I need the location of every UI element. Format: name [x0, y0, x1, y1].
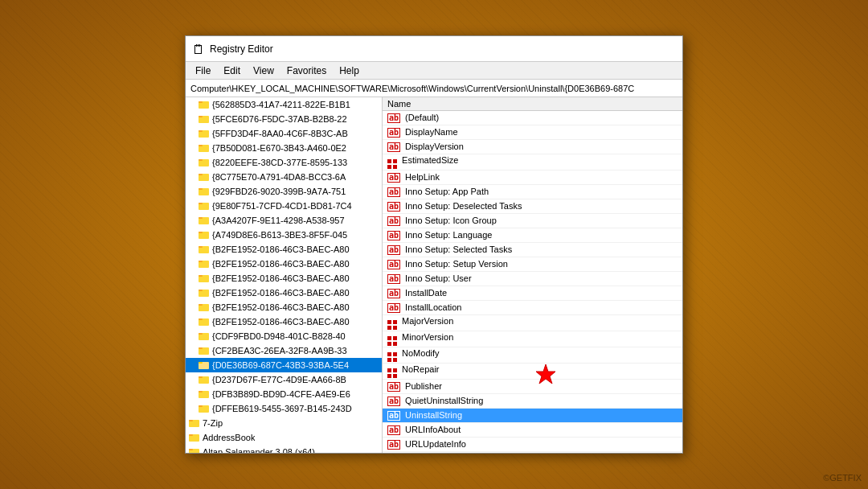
menu-help[interactable]: Help: [333, 64, 366, 78]
tree-item[interactable]: {B2FE1952-0186-46C3-BAEC-A80: [186, 257, 382, 271]
tree-item[interactable]: {7B50D081-E670-3B43-A460-0E2: [186, 141, 382, 155]
registry-row[interactable]: ab URLUpdateInfo: [383, 438, 682, 452]
tree-item[interactable]: {B2FE1952-0186-46C3-BAEC-A80: [186, 271, 382, 286]
tree-item[interactable]: {DFFEB619-5455-3697-B145-243D: [186, 401, 382, 416]
registry-name-text: Publisher: [403, 381, 442, 391]
registry-name: NoRepair: [383, 364, 682, 380]
reg-dword-icon: [387, 352, 397, 362]
registry-name-text: Inno Setup: App Path: [403, 187, 489, 196]
tree-item[interactable]: {DFB3B89D-BD9D-4CFE-A4E9-E6: [186, 387, 382, 401]
tree-item[interactable]: Altap Salamander 3.08 (x64): [186, 445, 382, 453]
registry-name: ab Inno Setup: Language: [383, 228, 682, 243]
registry-name-text: Inno Setup: Deselected Tasks: [403, 201, 522, 211]
registry-row[interactable]: ab Inno Setup: Deselected Tasks: [383, 199, 682, 214]
tree-item[interactable]: {929FBD26-9020-399B-9A7A-751: [186, 184, 382, 199]
registry-row[interactable]: MajorVersion: [383, 315, 682, 331]
reg-sz-icon: ab: [387, 142, 400, 152]
folder-icon: [199, 215, 210, 226]
registry-row[interactable]: ab InstallDate: [383, 286, 682, 301]
ab-icon: ab: [387, 397, 400, 406]
address-bar[interactable]: Computer\HKEY_LOCAL_MACHINE\SOFTWARE\Mic…: [186, 80, 682, 97]
registry-name: ab (Default): [383, 111, 682, 125]
tree-item[interactable]: {B2FE1952-0186-46C3-BAEC-A80: [186, 286, 382, 300]
tree-item[interactable]: {CDF9FBD0-D948-401C-B828-40: [186, 329, 382, 343]
folder-icon: [189, 417, 200, 429]
tree-item[interactable]: {B2FE1952-0186-46C3-BAEC-A80: [186, 300, 382, 314]
tree-item-label: {DFB3B89D-BD9D-4CFE-A4E9-E6: [212, 389, 350, 399]
registry-row[interactable]: ab Inno Setup: App Path: [383, 185, 682, 199]
tree-item[interactable]: {8220EEFE-38CD-377E-8595-133: [186, 155, 382, 170]
registry-panel[interactable]: Name ab (Default)ab DisplayNameab Displa…: [383, 97, 682, 453]
reg-sz-icon: ab: [387, 289, 400, 298]
tree-item[interactable]: {A3A4207F-9E11-4298-A538-957: [186, 213, 382, 228]
reg-sz-icon: ab: [387, 397, 400, 406]
tree-item[interactable]: {5FCE6D76-F5DC-37AB-B2B8-22: [186, 112, 382, 126]
registry-name-text: DisplayName: [403, 127, 457, 137]
tree-item[interactable]: {A749D8E6-B613-3BE3-8F5F-045: [186, 228, 382, 242]
registry-row[interactable]: ab (Default): [383, 111, 682, 125]
registry-row[interactable]: ab InstallLocation: [383, 301, 682, 315]
tree-item-label: {8C775E70-A791-4DA8-BCC3-6A: [212, 172, 346, 182]
registry-name: NoModify: [383, 347, 682, 364]
registry-row[interactable]: NoModify: [383, 347, 682, 364]
tree-panel[interactable]: {562885D3-41A7-4211-822E-B1B1{5FCE6D76-F…: [186, 97, 383, 453]
registry-row[interactable]: NoRepair: [383, 364, 682, 380]
ab-icon: ab: [387, 173, 400, 183]
ab-icon: ab: [387, 113, 400, 123]
ab-icon: ab: [387, 260, 400, 269]
registry-name-text: MajorVersion: [399, 316, 453, 326]
registry-row[interactable]: ab DisplayVersion: [383, 140, 682, 154]
menu-bar: File Edit View Favorites Help: [186, 62, 682, 80]
tree-item-label: {7B50D081-E670-3B43-A460-0E2: [212, 143, 346, 153]
menu-favorites[interactable]: Favorites: [280, 64, 333, 78]
tree-item[interactable]: {B2FE1952-0186-46C3-BAEC-A80: [186, 242, 382, 257]
tree-item[interactable]: AddressBook: [186, 430, 382, 445]
registry-row[interactable]: ab Inno Setup: Selected Tasks: [383, 243, 682, 257]
svg-rect-15: [199, 203, 203, 204]
registry-name-text: HelpLink: [403, 172, 440, 182]
registry-row[interactable]: ab UninstallString: [383, 409, 682, 423]
folder-icon: [199, 113, 210, 125]
registry-row[interactable]: ab URLInfoAbout: [383, 423, 682, 438]
tree-item-label: {5FCE6D76-F5DC-37AB-B2B8-22: [212, 114, 347, 124]
registry-row[interactable]: ab Inno Setup: Setup Version: [383, 257, 682, 272]
tree-item[interactable]: {D0E36B69-687C-43B3-93BA-5E4: [186, 358, 382, 372]
registry-row[interactable]: ab QuietUninstallString: [383, 394, 682, 409]
registry-row[interactable]: ab DisplayName: [383, 125, 682, 140]
menu-file[interactable]: File: [189, 64, 217, 78]
menu-edit[interactable]: Edit: [217, 64, 247, 78]
registry-row[interactable]: ab HelpLink: [383, 171, 682, 185]
folder-icon: [199, 157, 210, 168]
reg-dword-icon: [387, 336, 397, 346]
reg-sz-icon: ab: [387, 113, 400, 123]
menu-view[interactable]: View: [247, 64, 280, 78]
registry-editor-window: 🗒 Registry Editor File Edit View Favorit…: [185, 35, 683, 454]
tree-item-label: {5FFD3D4F-8AA0-4C6F-8B3C-AB: [212, 129, 348, 138]
tree-item[interactable]: {B2FE1952-0186-46C3-BAEC-A80: [186, 314, 382, 329]
registry-row[interactable]: ab Inno Setup: User: [383, 272, 682, 286]
tree-item-label: {B2FE1952-0186-46C3-BAEC-A80: [212, 288, 350, 298]
registry-name: ab URLUpdateInfo: [383, 438, 682, 452]
tree-item[interactable]: {CF2BEA3C-26EA-32F8-AA9B-33: [186, 343, 382, 358]
tree-item[interactable]: {8C775E70-A791-4DA8-BCC3-6A: [186, 170, 382, 184]
registry-name-text: InstallDate: [403, 288, 447, 298]
registry-name-text: Inno Setup: Selected Tasks: [403, 244, 512, 254]
tree-item-label: AddressBook: [203, 433, 255, 442]
tree-item[interactable]: {5FFD3D4F-8AA0-4C6F-8B3C-AB: [186, 126, 382, 141]
folder-icon: [199, 374, 210, 385]
registry-row[interactable]: MinorVersion: [383, 331, 682, 347]
registry-table: Name ab (Default)ab DisplayNameab Displa…: [383, 97, 682, 452]
tree-item[interactable]: {562885D3-41A7-4211-822E-B1B1: [186, 97, 382, 112]
reg-sz-icon: ab: [387, 440, 400, 450]
tree-item[interactable]: 7-Zip: [186, 416, 382, 430]
registry-row[interactable]: ab Inno Setup: Language: [383, 228, 682, 243]
registry-row[interactable]: EstimatedSize: [383, 154, 682, 171]
tree-item[interactable]: {D237D67F-E77C-4D9E-AA66-8B: [186, 372, 382, 387]
tree-item[interactable]: {9E80F751-7CFD-4CD1-BD81-7C4: [186, 199, 382, 213]
svg-rect-13: [199, 188, 203, 190]
ab-icon: ab: [387, 382, 400, 392]
registry-row[interactable]: ab Inno Setup: Icon Group: [383, 214, 682, 228]
registry-name: ab Publisher: [383, 380, 682, 394]
registry-row[interactable]: ab Publisher: [383, 380, 682, 394]
tree-item-label: {B2FE1952-0186-46C3-BAEC-A80: [212, 244, 350, 254]
